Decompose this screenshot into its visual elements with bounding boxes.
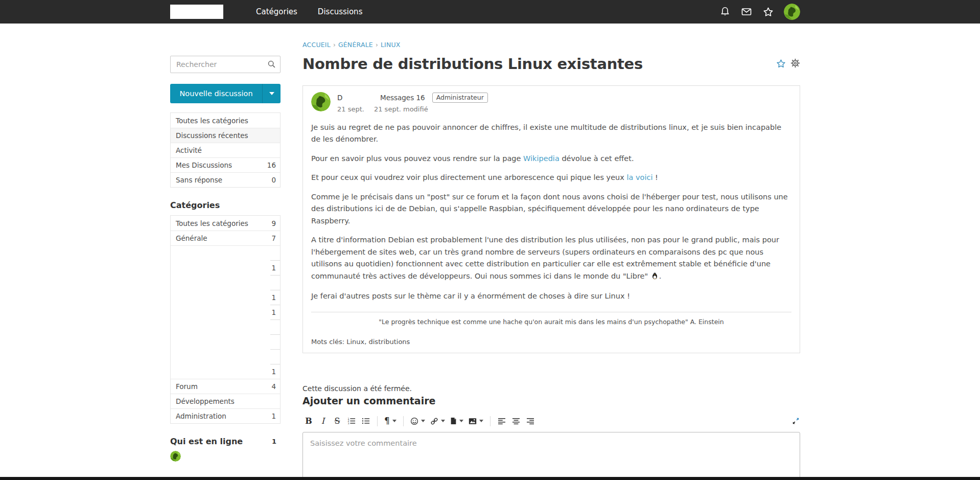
- role-badge: Administrateur: [432, 93, 488, 103]
- category-label: Toutes les catégories: [176, 219, 248, 227]
- sidebar-item[interactable]: Sans réponse0: [171, 172, 280, 187]
- category-count: 4: [271, 382, 276, 391]
- sidebar-item-label: Toutes les catégories: [176, 117, 248, 125]
- category-item[interactable]: Développements: [171, 394, 280, 408]
- breadcrumb-link[interactable]: LINUX: [381, 41, 401, 49]
- category-item[interactable]: Administration1: [171, 408, 280, 423]
- search-input[interactable]: [170, 56, 281, 73]
- chevron-down-icon: [479, 420, 483, 422]
- online-user-avatar[interactable]: [170, 451, 181, 462]
- breadcrumb-separator: ›: [333, 41, 336, 49]
- site-logo[interactable]: [170, 5, 223, 19]
- category-item[interactable]: [171, 334, 280, 349]
- discussion-post: D Messages 16 Administrateur 21 sept. 21…: [302, 85, 800, 353]
- link-icon[interactable]: [429, 415, 447, 427]
- online-heading: Qui est en ligne 1: [170, 437, 281, 446]
- sidebar-item[interactable]: Activité: [171, 143, 280, 157]
- svg-text:3: 3: [347, 422, 349, 425]
- category-item[interactable]: [171, 319, 280, 334]
- mail-icon[interactable]: [740, 6, 753, 18]
- file-icon[interactable]: [449, 415, 465, 427]
- paragraph-icon[interactable]: ¶: [383, 415, 398, 427]
- align-right-icon[interactable]: [524, 415, 536, 427]
- breadcrumb: ACCUEIL›GÉNÉRALE›LINUX: [302, 41, 800, 49]
- new-discussion-button[interactable]: Nouvelle discussion: [170, 84, 281, 103]
- category-count: 1: [271, 264, 276, 272]
- category-item[interactable]: Générale7: [171, 231, 280, 245]
- strikethrough-icon[interactable]: S: [331, 415, 343, 427]
- post-author-avatar[interactable]: [311, 92, 331, 111]
- chevron-down-icon: [441, 420, 445, 422]
- post-paragraph: Je ferai d'autres posts sur le thème car…: [311, 290, 791, 302]
- category-item[interactable]: 1: [171, 364, 280, 379]
- ordered-list-icon[interactable]: ​123: [345, 415, 358, 427]
- category-item[interactable]: [171, 245, 280, 260]
- bottom-edge-bar: [0, 477, 980, 480]
- post-message-count: Messages 16: [380, 94, 425, 102]
- sidebar-item-label: Activité: [176, 146, 202, 154]
- post-author-name[interactable]: D: [337, 94, 380, 102]
- post-signature: "Le progrès technique est comme une hach…: [311, 318, 791, 326]
- breadcrumb-link[interactable]: GÉNÉRALE: [338, 41, 373, 49]
- align-center-icon[interactable]: [510, 415, 522, 427]
- bookmark-star-icon[interactable]: [776, 58, 786, 69]
- category-label: Développements: [176, 397, 235, 405]
- category-item[interactable]: 1: [171, 260, 280, 275]
- post-date-modified: 21 sept. modifié: [374, 105, 428, 113]
- top-nav-discussions[interactable]: Discussions: [318, 7, 363, 16]
- category-label: Administration: [176, 412, 226, 420]
- sidebar-item[interactable]: Mes Discussions16: [171, 157, 280, 172]
- sidebar: Nouvelle discussion Toutes les catégorie…: [170, 24, 281, 480]
- sidebar-item[interactable]: Discussions récentes: [171, 128, 280, 143]
- category-item[interactable]: 1: [171, 305, 280, 319]
- unordered-list-icon[interactable]: [360, 415, 372, 427]
- top-nav-links: CatégoriesDiscussions: [256, 7, 362, 16]
- sidebar-item[interactable]: Toutes les catégories: [171, 113, 280, 128]
- user-avatar[interactable]: [784, 4, 800, 20]
- align-left-icon[interactable]: [496, 415, 508, 427]
- category-count: 1: [271, 368, 276, 376]
- emoji-icon[interactable]: [409, 415, 427, 427]
- toolbar-divider: [377, 416, 378, 426]
- post-inline-link[interactable]: la voici: [627, 173, 653, 181]
- top-nav-catégories[interactable]: Catégories: [256, 7, 297, 16]
- category-count: 1: [271, 412, 276, 420]
- category-item[interactable]: Toutes les catégories9: [171, 216, 280, 231]
- comment-input[interactable]: [302, 432, 800, 479]
- category-count: 9: [271, 219, 276, 227]
- category-item[interactable]: Forum4: [171, 379, 280, 394]
- bold-icon[interactable]: B: [302, 415, 315, 427]
- bell-icon[interactable]: [719, 6, 731, 17]
- new-discussion-dropdown[interactable]: [262, 84, 281, 103]
- sidebar-item-label: Discussions récentes: [176, 131, 248, 140]
- search-icon[interactable]: [267, 60, 276, 71]
- closed-notice: Cette discussion a été fermée.: [302, 384, 800, 393]
- category-label: Forum: [176, 382, 198, 391]
- online-count: 1: [272, 438, 276, 445]
- toolbar-divider: [403, 416, 404, 426]
- category-item[interactable]: [171, 275, 280, 290]
- post-paragraph: Comme je le précisais dans un "post" sur…: [311, 191, 791, 227]
- top-navigation-bar: CatégoriesDiscussions: [0, 0, 980, 24]
- category-item[interactable]: [171, 349, 280, 364]
- post-date: 21 sept.: [337, 105, 364, 113]
- tux-icon: [651, 271, 659, 283]
- star-icon[interactable]: [762, 6, 774, 18]
- sidebar-item-count: 16: [267, 161, 276, 169]
- category-count: 7: [271, 234, 276, 242]
- post-inline-link[interactable]: Wikipedia: [523, 154, 559, 163]
- top-icon-group: [719, 4, 800, 20]
- image-icon[interactable]: [467, 415, 485, 427]
- sidebar-item-count: 0: [271, 176, 276, 184]
- new-discussion-label: Nouvelle discussion: [170, 89, 262, 98]
- breadcrumb-link[interactable]: ACCUEIL: [302, 41, 331, 49]
- expand-editor-icon[interactable]: [791, 417, 800, 425]
- post-paragraph: Et pour ceux qui voudrez voir plus direc…: [311, 172, 791, 184]
- sidebar-item-label: Mes Discussions: [176, 161, 232, 169]
- post-paragraph: Pour en savoir plus vous pouvez vous ren…: [311, 153, 791, 165]
- italic-icon[interactable]: I: [317, 415, 329, 427]
- category-item[interactable]: 1: [171, 290, 280, 305]
- sidebar-item-label: Sans réponse: [176, 176, 222, 184]
- category-label: Générale: [176, 234, 207, 242]
- gear-icon[interactable]: [790, 58, 800, 69]
